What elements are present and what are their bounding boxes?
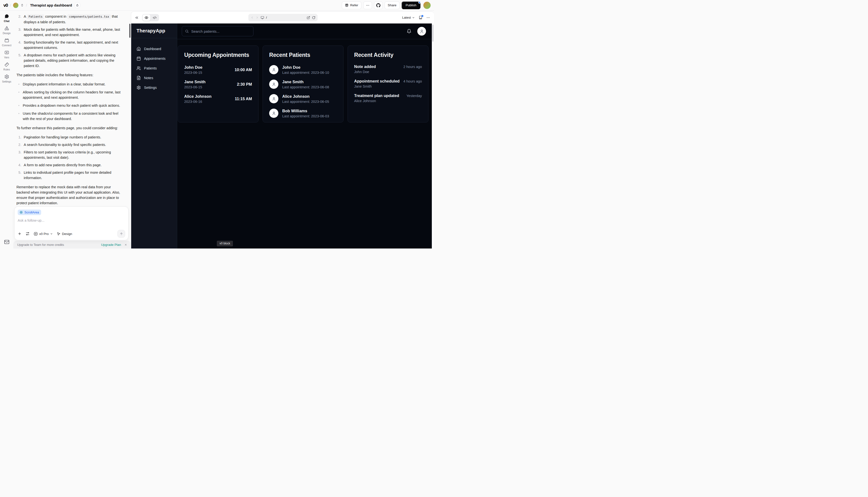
composer-input[interactable]: Ask a follow-up... [18,218,125,222]
list-item: 5.Links to individual patient profile pa… [18,170,124,181]
card-title: Upcoming Appointments [184,52,252,58]
upgrade-message: Upgrade to Team for more credits [17,243,64,246]
design-label: Design [62,232,72,236]
send-button[interactable] [117,230,125,238]
rail-item-design[interactable]: Design [0,26,13,34]
url-path[interactable]: / [266,16,305,19]
chevron-down-icon [50,232,53,235]
list-item: 2.A search functionality to quickly find… [18,142,124,147]
nav-item-settings[interactable]: Settings [134,83,174,93]
mail-icon[interactable] [4,239,10,245]
inline-code: Patients [27,15,44,19]
search-icon [185,29,189,33]
chip-label: ScrollArea [25,211,39,214]
chat-composer[interactable]: ScrollArea Ask a follow-up... v0 Pro Des… [14,207,128,240]
avatar [269,65,278,74]
list-item: 5.A dropdown menu for each patient with … [18,53,124,69]
settings-sliders-button[interactable] [26,232,29,236]
dashboard-cards: Upcoming Appointments John Doe2023-06-15… [177,39,432,123]
rail-item-rules[interactable]: Rules [0,62,13,71]
collapse-panel-icon[interactable] [135,15,139,20]
list-item: 3.Mock data for patients with fields lik… [18,27,124,38]
list-item: 1.Pagination for handling large numbers … [18,134,124,140]
back-icon[interactable] [251,16,254,19]
nav-item-patients[interactable]: Patients [134,63,174,73]
gear-icon [137,85,141,90]
list-item: Uses the shadcn/ui components for a cons… [18,111,124,122]
user-avatar[interactable] [423,2,431,9]
preview-more-icon[interactable] [426,16,430,19]
file-text-icon [137,76,141,80]
bell-icon[interactable] [407,29,411,34]
code-tab[interactable] [151,15,158,21]
page-title: Therapist app dashboard [30,3,72,7]
share-button[interactable]: Share [384,1,400,9]
nav-item-dashboard[interactable]: Dashboard [134,44,174,54]
refer-button[interactable]: Refer [342,1,361,9]
version-label: Latest [402,16,411,19]
preview-panel: / Latest Th [131,11,434,248]
preview-url-bar[interactable]: / [248,14,318,21]
upgrade-plan-link[interactable]: Upgrade Plan [101,243,121,246]
chat-scrollbar[interactable] [129,24,130,38]
house-icon [137,47,141,51]
preview-scrollbar[interactable] [432,24,434,248]
add-attachment-button[interactable] [18,232,22,236]
profile-avatar[interactable] [417,27,426,36]
react-icon [19,211,23,214]
publish-label: Publish [406,3,416,7]
model-label: v0 Pro [39,232,48,236]
therapy-main: Search patients... Upcoming Appointments [177,24,432,248]
activity-row: Treatment plan updatedAlice Johnson Yest… [354,94,422,104]
chat-paragraph: The patients table includes the followin… [16,72,124,78]
close-icon[interactable] [124,243,127,246]
preview-tab[interactable] [143,15,150,21]
chat-paragraph: Remember to replace the mock data with r… [16,184,124,206]
open-external-icon[interactable] [307,16,310,19]
rail-item-settings[interactable]: Settings [0,74,13,83]
patient-row: John DoeLast appointment: 2023-06-10 [269,65,337,75]
rail-item-connect[interactable]: Connect [0,38,13,47]
model-selector[interactable]: v0 Pro [34,232,53,236]
list-item: Allows sorting by clicking on the column… [18,89,124,100]
v0-logo[interactable]: v0 [3,3,8,8]
preview-viewport: TherapyApp Dashboard Appointments [131,24,432,248]
nav-item-notes[interactable]: Notes [134,73,174,83]
gear-icon [4,74,9,79]
design-mode-button[interactable]: Design [57,232,72,236]
chat-bullet-list: Displays patient information in a clear,… [16,82,124,122]
search-input[interactable]: Search patients... [182,26,253,36]
forward-icon[interactable] [256,16,259,19]
monitor-icon[interactable] [261,16,264,19]
avatar [269,94,278,103]
more-options-button[interactable] [363,1,372,9]
project-avatar[interactable] [13,3,18,8]
github-button[interactable] [374,1,383,9]
card-title: Recent Patients [269,52,337,58]
publish-button[interactable]: Publish [402,1,420,9]
app-brand: TherapyApp [131,24,177,38]
left-rail: Chat Design Connect Vars Rules Settings [0,11,13,248]
lock-icon[interactable] [74,2,80,8]
rail-item-chat[interactable]: Chat [0,14,13,23]
cursor-triangle-icon [57,232,60,236]
version-selector[interactable]: Latest [402,16,415,19]
breadcrumb-separator: / [10,3,11,7]
upgrade-banner: Upgrade to Team for more credits Upgrade… [13,241,131,248]
rail-item-vars[interactable]: Vars [0,50,13,59]
list-item: 2. A Patients component in components/pa… [18,14,124,25]
puzzle-icon [4,38,9,43]
chevron-down-icon [412,16,415,19]
scrollbar-thumb[interactable] [432,25,434,42]
appointment-row: Jane Smith2023-06-15 2:30 PM [184,79,252,89]
activity-row: Appointment scheduledJane Smith 4 hours … [354,79,422,89]
chevron-up-down-icon[interactable] [20,4,24,7]
v0-box-icon [34,232,38,236]
chat-ordered-list-2: 1.Pagination for handling large numbers … [16,134,124,181]
github-icon [376,3,380,8]
fork-version-icon[interactable] [419,15,423,19]
scrollarea-chip[interactable]: ScrollArea [18,210,41,215]
search-placeholder: Search patients... [191,29,220,33]
refresh-icon[interactable] [312,16,316,19]
nav-item-appointments[interactable]: Appointments [134,54,174,63]
